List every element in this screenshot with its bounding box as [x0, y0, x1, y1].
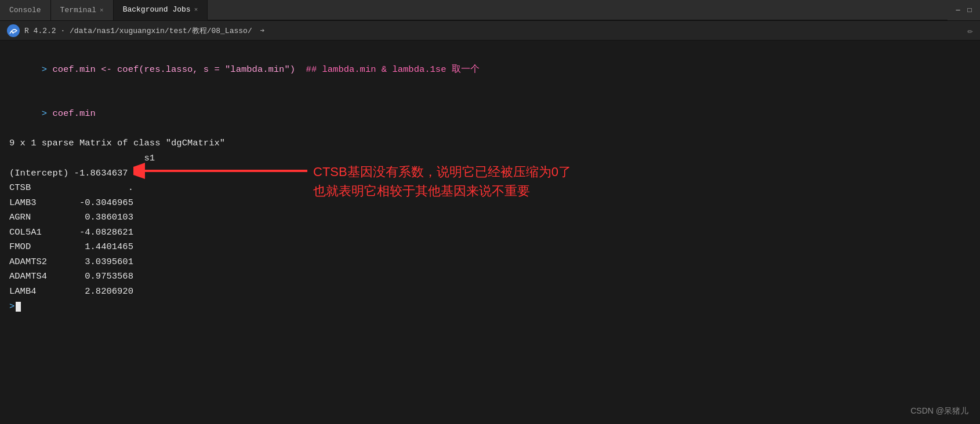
cursor: [16, 302, 21, 312]
row-adamts2: ADAMTS2 3.0395601: [9, 255, 971, 270]
maximize-button[interactable]: □: [965, 6, 974, 15]
tab-console-label: Console: [9, 6, 41, 14]
prompt-2: >: [42, 108, 53, 119]
rstudio-window: Console Terminal × Background Jobs × ─ □…: [0, 0, 980, 424]
code-line-2: > coef.min: [9, 92, 971, 137]
output-matrix-class: 9 x 1 sparse Matrix of class "dgCMatrix": [9, 136, 971, 151]
row-intercept: (Intercept) -1.8634637: [9, 166, 971, 181]
row-fmod: FMOD 1.4401465: [9, 240, 971, 255]
row-lamb3: LAMB3 -0.3046965: [9, 196, 971, 211]
tab-spacer: [208, 0, 948, 20]
tab-terminal[interactable]: Terminal ×: [51, 0, 114, 20]
path-bar: R 4.2.2 · /data/nas1/xuguangxin/test/教程/…: [0, 21, 980, 41]
watermark: CSDN @呆猪儿: [910, 404, 968, 417]
col-header: s1: [9, 151, 971, 166]
code-1: coef.min <- coef(res.lasso, s = "lambda.…: [52, 64, 295, 75]
close-background-jobs-icon[interactable]: ×: [194, 6, 198, 13]
row-lamb4: LAMB4 2.8206920: [9, 284, 971, 299]
code-2: coef.min: [52, 108, 95, 119]
minimize-button[interactable]: ─: [953, 6, 963, 15]
prompt-1: >: [42, 64, 53, 75]
code-line-1: > coef.min <- coef(res.lasso, s = "lambd…: [9, 47, 971, 92]
edit-path-icon[interactable]: ✏: [967, 25, 973, 36]
tab-console[interactable]: Console: [0, 0, 51, 20]
window-controls: ─ □: [948, 0, 980, 20]
console-area[interactable]: > coef.min <- coef(res.lasso, s = "lambd…: [0, 41, 980, 424]
empty-prompt: >: [9, 299, 14, 315]
r-logo-icon: [7, 24, 20, 37]
tab-bar: Console Terminal × Background Jobs × ─ □: [0, 0, 980, 21]
row-adamts4: ADAMTS4 0.9753568: [9, 269, 971, 284]
tab-background-jobs[interactable]: Background Jobs ×: [114, 0, 208, 20]
empty-prompt-line: >: [9, 299, 971, 315]
tab-terminal-label: Terminal: [60, 6, 96, 14]
row-agrn: AGRN 0.3860103: [9, 210, 971, 225]
row-ctsb: CTSB .: [9, 181, 971, 196]
row-col5a1: COL5A1 -4.0828621: [9, 225, 971, 240]
tab-background-jobs-label: Background Jobs: [123, 5, 191, 14]
r-version-label: R 4.2.2 · /data/nas1/xuguangxin/test/教程/…: [24, 25, 963, 36]
close-terminal-icon[interactable]: ×: [100, 7, 104, 14]
comment-1: ## lambda.min & lambda.1se 取一个: [295, 64, 480, 75]
